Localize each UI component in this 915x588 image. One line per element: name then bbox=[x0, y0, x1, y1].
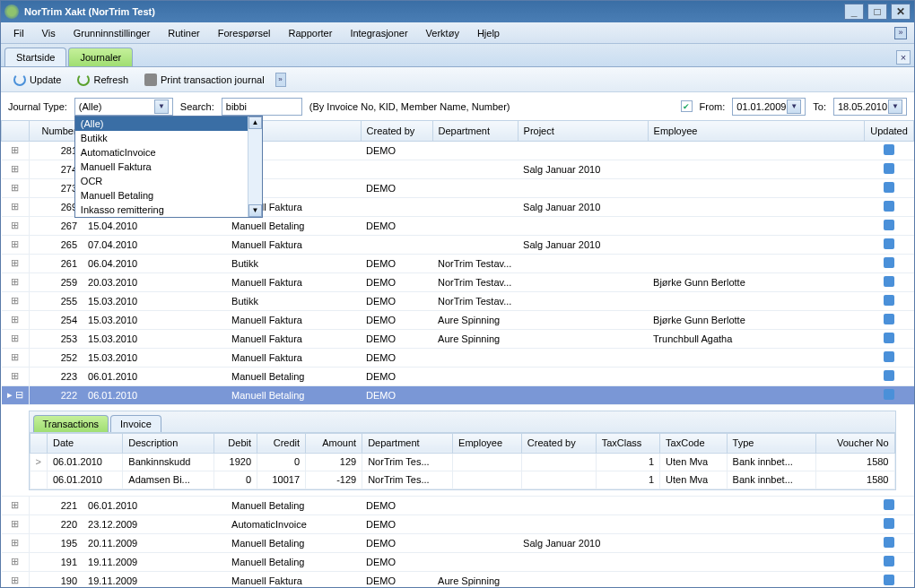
table-row[interactable]: ⊞25215.03.2010Manuell FakturaDEMO bbox=[2, 348, 914, 367]
tab-transactions[interactable]: Transactions bbox=[33, 415, 109, 432]
col-employee[interactable]: Employee bbox=[648, 121, 864, 141]
expand-toggle[interactable]: ⊞ bbox=[2, 216, 30, 235]
detail-col[interactable]: Type bbox=[727, 433, 816, 453]
dropdown-option-manuell-betaling[interactable]: Manuell Betaling bbox=[75, 188, 262, 203]
col-created-by[interactable]: Created by bbox=[361, 121, 432, 141]
detail-col[interactable]: Description bbox=[123, 433, 214, 453]
table-row[interactable]: ⊞22023.12.2009AutomaticInvoiceDEMO bbox=[2, 514, 914, 533]
expand-toggle[interactable]: ⊞ bbox=[2, 348, 30, 367]
detail-col[interactable]: TaxClass bbox=[596, 433, 659, 453]
menu-integrasjoner[interactable]: Integrasjoner bbox=[344, 26, 413, 40]
expand-toggle[interactable]: ⊞ bbox=[2, 160, 30, 178]
cell-type: Manuell Faktura bbox=[226, 310, 361, 329]
table-row[interactable]: ⊞25415.03.2010Manuell FakturaDEMOAure Sp… bbox=[2, 310, 914, 329]
detail-grid[interactable]: DateDescriptionDebitCreditAmountDepartme… bbox=[30, 433, 895, 489]
journal-type-dropdown[interactable]: (Alle) ▼ bbox=[74, 98, 173, 116]
table-row[interactable]: ⊞19520.11.2009Manuell BetalingDEMOSalg J… bbox=[2, 533, 914, 552]
table-row[interactable]: ⊞25315.03.2010Manuell FakturaDEMOAure Sp… bbox=[2, 329, 914, 348]
table-row[interactable]: ⊞19019.11.2009Manuell FakturaDEMOAure Sp… bbox=[2, 571, 914, 587]
menu-foresporsel[interactable]: Forespørsel bbox=[213, 26, 276, 40]
dropdown-option-butikk[interactable]: Butikk bbox=[75, 131, 262, 145]
dropdown-option-ocr[interactable]: OCR bbox=[75, 174, 262, 188]
menu-hjelp[interactable]: Hjelp bbox=[472, 26, 505, 40]
expand-toggle[interactable]: ⊞ bbox=[2, 514, 30, 533]
menu-verktoy[interactable]: Verktøy bbox=[421, 26, 465, 40]
menu-vis[interactable]: Vis bbox=[37, 26, 61, 40]
expand-toggle[interactable]: ⊞ bbox=[2, 329, 30, 348]
table-row[interactable]: ⊞22106.01.2010Manuell BetalingDEMO bbox=[2, 496, 914, 514]
expand-toggle[interactable]: ⊞ bbox=[2, 310, 30, 329]
detail-col[interactable]: Created by bbox=[521, 433, 596, 453]
menu-rutiner[interactable]: Rutiner bbox=[162, 26, 205, 40]
dcell-date: 06.01.2010 bbox=[47, 471, 122, 489]
dropdown-option-automaticinvoice[interactable]: AutomaticInvoice bbox=[75, 145, 262, 160]
menu-fil[interactable]: Fil bbox=[8, 26, 30, 40]
table-row[interactable]: ▸ ⊟22206.01.2010Manuell BetalingDEMO bbox=[2, 385, 914, 404]
dropdown-option-inkasso[interactable]: Inkasso remittering bbox=[75, 203, 262, 217]
table-row[interactable]: ⊞26507.04.2010Manuell FakturaSalg Januar… bbox=[2, 235, 914, 254]
tab-journaler[interactable]: Journaler bbox=[68, 48, 133, 66]
table-row[interactable]: ⊞26106.04.2010ButikkDEMONorTrim Testav..… bbox=[2, 254, 914, 272]
col-department[interactable]: Department bbox=[432, 121, 518, 141]
expand-toggle[interactable]: ⊞ bbox=[2, 141, 30, 160]
detail-table-row[interactable]: 06.01.2010Adamsen Bi...010017-129NorTrim… bbox=[30, 471, 894, 489]
tab-invoice[interactable]: Invoice bbox=[110, 415, 161, 432]
col-updated[interactable]: Updated bbox=[865, 121, 914, 141]
dcell-type: Bank innbet... bbox=[727, 471, 816, 489]
from-checkbox[interactable]: ✔ bbox=[681, 100, 693, 112]
table-row[interactable]: ⊞26715.04.2010Manuell BetalingDEMO bbox=[2, 216, 914, 235]
refresh-button[interactable]: Refresh bbox=[72, 72, 134, 88]
detail-col[interactable]: Date bbox=[47, 433, 122, 453]
table-row[interactable]: ⊞19119.11.2009Manuell BetalingDEMO bbox=[2, 552, 914, 571]
expand-toggle[interactable]: ⊞ bbox=[2, 552, 30, 571]
close-button[interactable]: ✕ bbox=[891, 4, 911, 20]
detail-col[interactable]: Amount bbox=[306, 433, 362, 453]
expand-toggle[interactable]: ⊞ bbox=[2, 571, 30, 587]
expand-toggle[interactable]: ▸ ⊟ bbox=[2, 385, 30, 404]
dropdown-option-manuell-faktura[interactable]: Manuell Faktura bbox=[75, 160, 262, 174]
scroll-down-icon[interactable]: ▼ bbox=[248, 204, 262, 217]
expand-toggle[interactable]: ⊞ bbox=[2, 272, 30, 291]
cell-employee bbox=[648, 291, 864, 310]
detail-col[interactable]: Voucher No bbox=[816, 433, 894, 453]
detail-col[interactable]: Employee bbox=[453, 433, 522, 453]
detail-col[interactable]: Debit bbox=[214, 433, 257, 453]
col-project[interactable]: Project bbox=[518, 121, 648, 141]
tab-startside[interactable]: Startside bbox=[4, 48, 66, 66]
expand-toggle[interactable]: ⊞ bbox=[2, 291, 30, 310]
to-date-input[interactable]: 18.05.2010▼ bbox=[833, 98, 907, 116]
menu-grunninnstillinger[interactable]: Grunninnstillinger bbox=[68, 26, 156, 40]
search-input[interactable] bbox=[222, 98, 302, 116]
update-button[interactable]: Update bbox=[8, 72, 66, 88]
print-button[interactable]: Print transaction journal bbox=[139, 72, 270, 88]
menu-rapporter[interactable]: Rapporter bbox=[283, 26, 337, 40]
table-row[interactable]: ⊞22306.01.2010Manuell BetalingDEMO bbox=[2, 367, 914, 385]
scroll-up-icon[interactable]: ▲ bbox=[248, 117, 262, 129]
cell-updated bbox=[865, 329, 914, 348]
cell-number: 195 bbox=[29, 533, 83, 552]
expand-toggle[interactable]: ⊞ bbox=[2, 197, 30, 216]
dropdown-scrollbar[interactable]: ▲ ▼ bbox=[248, 117, 262, 217]
detail-table-row[interactable]: >06.01.2010Bankinnskudd19200129NorTrim T… bbox=[30, 453, 894, 471]
expand-toggle[interactable]: ⊞ bbox=[2, 533, 30, 552]
detail-col[interactable]: Credit bbox=[257, 433, 306, 453]
expand-toggle[interactable]: ⊞ bbox=[2, 178, 30, 197]
from-date-input[interactable]: 01.01.2009▼ bbox=[732, 98, 806, 116]
expand-toggle[interactable]: ⊞ bbox=[2, 496, 30, 514]
expand-toggle[interactable]: ⊞ bbox=[2, 235, 30, 254]
table-row[interactable]: ⊞25515.03.2010ButikkDEMONorTrim Testav..… bbox=[2, 291, 914, 310]
expand-toggle[interactable]: ⊞ bbox=[2, 367, 30, 385]
expand-toggle[interactable]: ⊞ bbox=[2, 254, 30, 272]
cell-created-by: DEMO bbox=[361, 385, 432, 404]
table-row[interactable]: ⊞25920.03.2010Manuell FakturaDEMONorTrim… bbox=[2, 272, 914, 291]
maximize-button[interactable]: □ bbox=[867, 4, 887, 20]
cell-department: NorTrim Testav... bbox=[432, 254, 518, 272]
toolbar-more-icon[interactable]: » bbox=[275, 73, 286, 87]
tab-close-button[interactable]: × bbox=[896, 50, 911, 65]
menubar-more-icon[interactable]: » bbox=[894, 27, 907, 39]
minimize-button[interactable]: _ bbox=[844, 4, 864, 20]
detail-col[interactable]: Department bbox=[362, 433, 453, 453]
detail-col[interactable]: TaxCode bbox=[660, 433, 727, 453]
dropdown-option-alle[interactable]: (Alle) bbox=[75, 117, 262, 131]
cell-type: Manuell Faktura bbox=[226, 272, 361, 291]
